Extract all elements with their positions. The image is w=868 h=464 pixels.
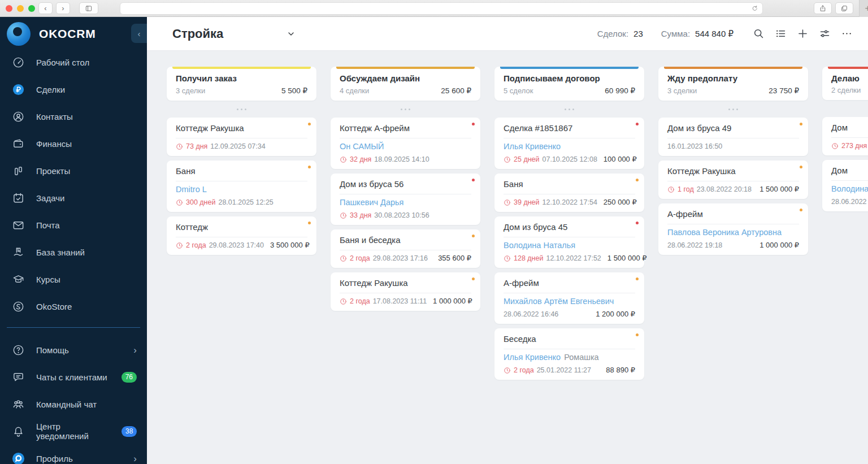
tabs-overview-button[interactable]: [835, 2, 853, 14]
sidebar-item-label: Командный чат: [36, 400, 97, 409]
deal-card[interactable]: А-фреймМихайлов Артём Евгеньевич28.06.20…: [494, 272, 644, 324]
add-deal-button[interactable]: [796, 27, 809, 41]
deals-count-stat: Сделок: 23: [597, 29, 643, 38]
window-zoom-button[interactable]: [28, 5, 35, 12]
browser-sidebar-toggle-button[interactable]: [79, 2, 98, 14]
deal-card[interactable]: Дом из бруса 4916.01.2023 16:50: [658, 118, 808, 156]
browser-back-button[interactable]: ‹: [38, 2, 53, 14]
deal-meta-row: 2 года29.08.2023 17:403 500 000 ₽: [176, 241, 307, 250]
deal-meta-row: 39 дней12.10.2022 17:54250 000 ₽: [504, 198, 635, 207]
deal-card[interactable]: БеседкаИлья КривенкоРомашка2 года25.01.2…: [494, 328, 644, 380]
deal-amount: 1 200 000 ₽: [592, 310, 635, 319]
deal-status-dot-icon: [308, 123, 311, 125]
sidebar-item-knowledge[interactable]: База знаний: [0, 238, 147, 266]
deal-contact-link[interactable]: Михайлов Артём Евгеньевич: [504, 297, 614, 306]
more-options-button[interactable]: [840, 27, 853, 41]
deal-title: Баня и беседка: [340, 234, 471, 247]
deal-status-dot-icon: [636, 222, 639, 224]
deal-card[interactable]: Баня и беседка2 года29.08.2023 17:16355 …: [331, 229, 480, 268]
share-button[interactable]: [814, 2, 832, 14]
sidebar-item-kanban[interactable]: Проекты: [0, 157, 147, 184]
deal-card[interactable]: Дом273 дня06: [822, 117, 868, 155]
deal-card[interactable]: ДомВолодина Н28.06.2022 16: [822, 160, 868, 211]
deal-card[interactable]: БаняDmitro L300 дней28.01.2025 12:25: [167, 161, 316, 212]
column-title: Получил заказ: [176, 73, 307, 84]
url-bar[interactable]: [120, 2, 763, 15]
deal-status-dot-icon: [800, 166, 802, 168]
deal-contact-link[interactable]: Володина Н: [831, 184, 868, 193]
browser-forward-button[interactable]: ›: [56, 2, 70, 14]
deal-overdue-duration: 1 год: [678, 185, 694, 194]
window-minimize-button[interactable]: [17, 5, 24, 12]
browser-chrome: ‹ › +: [0, 0, 868, 17]
deal-meta-row: 2 года29.08.2023 17:16355 600 ₽: [340, 254, 471, 263]
deal-contact-link[interactable]: Пашкевич Дарья: [340, 198, 403, 207]
sidebar-item-store[interactable]: OkoStore: [0, 293, 147, 320]
sidebar-item-help[interactable]: Помощь›: [0, 336, 147, 363]
clock-icon: [176, 199, 183, 206]
deals-sum-stat: Сумма: 544 840 ₽: [661, 29, 734, 39]
clock-icon: [176, 242, 183, 249]
sidebar-item-chat[interactable]: Чаты с клиентами76: [0, 363, 147, 391]
deal-card[interactable]: Коттедж Ракушка2 года17.08.2023 11:111 0…: [331, 272, 480, 311]
deal-card[interactable]: Коттедж Ракушка73 дня12.09.2025 07:34: [167, 118, 316, 156]
deal-status-dot-icon: [308, 166, 311, 168]
deal-card[interactable]: Дом из бруса 45Володина Наталья128 дней1…: [494, 216, 644, 268]
sidebar-item-label: Рабочий стол: [36, 58, 89, 67]
card-divider: [504, 194, 635, 194]
sidebar-item-wallet[interactable]: Финансы: [0, 130, 147, 157]
mail-icon: [11, 218, 25, 232]
deal-contact-link[interactable]: Павлова Вероника Артуровна: [667, 228, 782, 237]
sidebar-item-calendar[interactable]: Задачи: [0, 184, 147, 211]
column-header[interactable]: Обсуждаем дизайн4 сделки25 600 ₽: [331, 67, 480, 101]
deal-contact-link[interactable]: Он САМЫЙ: [340, 142, 384, 151]
list-view-button[interactable]: [774, 27, 787, 41]
sidebar-item-graduation[interactable]: Курсы: [0, 266, 147, 293]
deal-card[interactable]: Сделка #1851867Илья Кривенко25 дней07.10…: [494, 118, 644, 169]
pipeline-title[interactable]: Стройка: [172, 27, 223, 41]
deal-contact-link[interactable]: Dmitro L: [176, 185, 207, 194]
deal-contact-link[interactable]: Илья Кривенко: [504, 353, 561, 362]
deal-contact-link[interactable]: Володина Наталья: [504, 241, 575, 250]
reload-icon[interactable]: [751, 5, 758, 12]
column-header[interactable]: Получил заказ3 сделки5 500 ₽: [167, 67, 316, 101]
sidebar-item-bell[interactable]: Центр уведомлений38: [0, 418, 147, 445]
column-summary: 3 сделки5 500 ₽: [176, 86, 307, 95]
card-divider: [176, 237, 307, 237]
deal-contact-link[interactable]: Илья Кривенко: [504, 142, 561, 151]
column-menu-dots[interactable]: [167, 101, 316, 118]
sidebar-item-contact[interactable]: Контакты: [0, 103, 147, 130]
sidebar-item-avatar[interactable]: Профиль›: [0, 445, 147, 464]
column-total-sum: 5 500 ₽: [281, 86, 307, 95]
sidebar-item-ruble[interactable]: Сделки: [0, 76, 147, 103]
deal-date: 16.01.2023 16:50: [667, 142, 722, 151]
column-header[interactable]: Жду предоплату3 сделки23 750 ₽: [658, 67, 808, 101]
deal-status-dot-icon: [636, 179, 639, 181]
sidebar-item-mail[interactable]: Почта: [0, 211, 147, 238]
column-menu-dots[interactable]: [331, 101, 480, 118]
sidebar-item-team[interactable]: Командный чат: [0, 391, 147, 418]
column-menu-dots[interactable]: [658, 101, 808, 118]
sidebar-collapse-button[interactable]: ‹: [131, 24, 147, 43]
deal-card[interactable]: Коттедж Ракушка1 год23.08.2022 20:181 50…: [658, 161, 808, 199]
deal-contact-company: Ромашка: [564, 353, 599, 362]
deal-card[interactable]: Коттедж2 года29.08.2023 17:403 500 000 ₽: [167, 216, 316, 255]
deal-card[interactable]: Дом из бруса 56Пашкевич Дарья33 дня30.08…: [331, 174, 480, 225]
column-header[interactable]: Подписываем договор5 сделок60 990 ₽: [494, 67, 644, 101]
new-tab-button[interactable]: +: [859, 0, 868, 17]
deal-amount: 1 000 000 ₽: [756, 241, 799, 250]
deal-card[interactable]: Коттедж А-фреймОн САМЫЙ32 дня18.09.2025 …: [331, 118, 480, 169]
column-header[interactable]: Делаю2 сделки: [822, 67, 868, 100]
search-button[interactable]: [752, 27, 765, 41]
column-menu-dots[interactable]: [494, 101, 644, 118]
deal-meta-row: 273 дня06: [831, 141, 868, 150]
deal-card[interactable]: А-фреймПавлова Вероника Артуровна28.06.2…: [658, 203, 808, 255]
sidebar-item-dashboard[interactable]: Рабочий стол: [0, 49, 147, 76]
deal-card[interactable]: Баня39 дней12.10.2022 17:54250 000 ₽: [494, 174, 644, 212]
pipeline-selector[interactable]: [287, 29, 296, 38]
column-summary: 4 сделки25 600 ₽: [340, 86, 471, 95]
filter-button[interactable]: [818, 27, 831, 41]
column-menu-dots[interactable]: [822, 100, 868, 117]
window-close-button[interactable]: [6, 5, 12, 12]
sidebar-item-label: Профиль: [36, 454, 73, 463]
